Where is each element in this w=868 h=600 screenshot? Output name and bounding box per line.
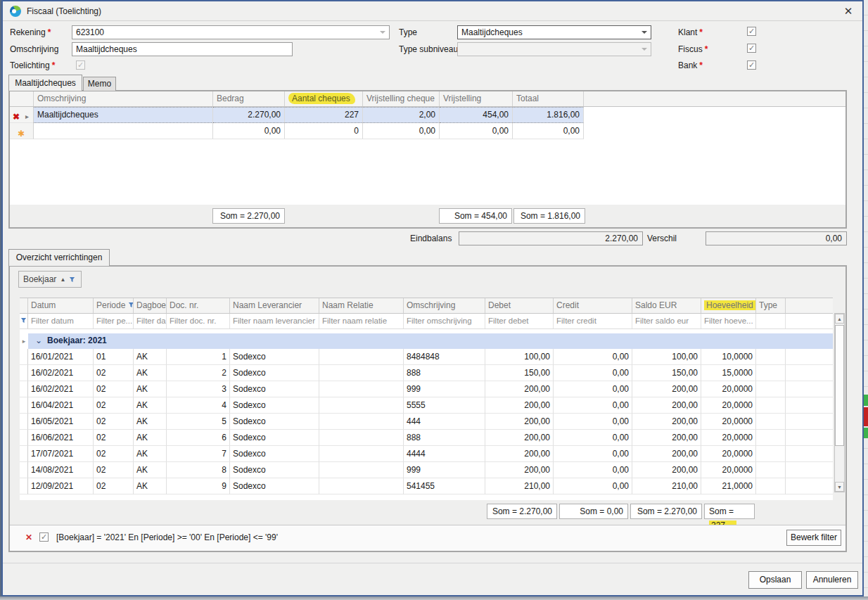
cell-omschrijving[interactable] (34, 123, 213, 139)
opslaan-button[interactable]: Opslaan (748, 571, 802, 589)
filter-active-checkbox[interactable]: ✓ (39, 532, 49, 542)
cell-hoeveelheid[interactable]: 21,0000 (701, 478, 756, 494)
cell-saldo-eur[interactable]: 200,00 (632, 381, 701, 397)
cell-omschrijving[interactable]: 4444 (404, 446, 485, 462)
filter-input-hoeveelheid[interactable]: Filter hoeve... (701, 314, 756, 328)
cell-type[interactable] (756, 446, 786, 462)
column-header-dagboek[interactable]: Dagboek (134, 298, 167, 313)
annuleren-button[interactable]: Annuleren (806, 571, 858, 589)
cell-periode[interactable]: 02 (94, 381, 134, 397)
table-row[interactable]: 16/06/202102AK6Sodexco888200,000,00200,0… (20, 430, 833, 446)
cell-bedrag[interactable]: 0,00 (213, 123, 285, 139)
group-row-boekjaar-2021[interactable]: ▸ ⌄Boekjaar: 2021 (20, 333, 833, 349)
close-icon[interactable]: ✕ (841, 4, 855, 18)
omschrijving-input[interactable]: Maaltijdcheques (72, 42, 293, 56)
filter-input-dagboek[interactable]: Filter da... (134, 314, 167, 328)
cell-saldo-eur[interactable]: 150,00 (632, 365, 701, 381)
bank-checkbox[interactable]: ✓ (747, 60, 756, 70)
title-bar[interactable]: Fiscaal (Toelichting) ✕ (3, 1, 862, 21)
cell-aantal[interactable]: 0 (285, 123, 363, 139)
tab-overzicht-verrichtingen[interactable]: Overzicht verrichtingen (8, 249, 110, 266)
cell-datum[interactable]: 17/07/2021 (28, 446, 94, 462)
remove-filter-icon[interactable]: ✕ (25, 532, 32, 542)
cell-debet[interactable]: 200,00 (485, 446, 554, 462)
cell-naam-leverancier[interactable]: Sodexco (230, 430, 319, 446)
cell-type[interactable] (756, 414, 786, 430)
cell-type[interactable] (756, 381, 786, 397)
cell-hoeveelheid[interactable]: 20,0000 (701, 397, 756, 414)
cell-vrijstelling_cheque[interactable]: 2,00 (363, 107, 440, 123)
cell-credit[interactable]: 0,00 (554, 414, 632, 430)
cell-naam-leverancier[interactable]: Sodexco (230, 462, 319, 478)
column-header-omschrijving[interactable]: Omschrijving (404, 298, 485, 313)
delete-row-icon[interactable]: ✖ (13, 109, 20, 123)
cell-saldo-eur[interactable]: 200,00 (632, 397, 701, 414)
klant-checkbox[interactable]: ✓ (747, 27, 756, 36)
rekening-combobox[interactable]: 623100 (72, 25, 390, 39)
detail-row[interactable]: ✖▸Maaltijdcheques2.270,002272,00454,001.… (10, 107, 845, 123)
cell-hoeveelheid[interactable]: 20,0000 (701, 462, 756, 478)
cell-naam-relatie[interactable] (319, 414, 404, 430)
cell-naam-relatie[interactable] (319, 397, 404, 414)
cell-debet[interactable]: 200,00 (485, 462, 554, 478)
cell-naam-leverancier[interactable]: Sodexco (230, 397, 319, 414)
filter-input-datum[interactable]: Filter datum (28, 314, 94, 328)
cell-saldo-eur[interactable]: 200,00 (632, 446, 701, 462)
cell-naam-leverancier[interactable]: Sodexco (230, 414, 319, 430)
table-row[interactable]: 17/07/202102AK7Sodexco4444200,000,00200,… (20, 446, 833, 462)
group-by-boekjaar-chip[interactable]: Boekjaar ▲ (18, 271, 82, 288)
cell-omschrijving[interactable]: 541455 (404, 478, 485, 494)
cell-dagboek[interactable]: AK (134, 430, 167, 446)
cell-saldo-eur[interactable]: 200,00 (632, 414, 701, 430)
filter-input-saldo-eur[interactable]: Filter saldo eur (632, 314, 701, 328)
cell-naam-relatie[interactable] (319, 365, 404, 381)
cell-doc-nr[interactable]: 4 (167, 397, 230, 414)
cell-credit[interactable]: 0,00 (554, 430, 632, 446)
cell-periode[interactable]: 01 (94, 349, 134, 365)
cell-omschrijving[interactable]: 5555 (404, 397, 485, 414)
detail-row[interactable]: ✱0,0000,000,000,00 (10, 123, 845, 139)
cell-datum[interactable]: 12/09/2021 (28, 478, 94, 494)
cell-naam-relatie[interactable] (319, 349, 404, 365)
column-header-hoeveelheid[interactable]: Hoeveelheid (701, 298, 756, 313)
cell-saldo-eur[interactable]: 200,00 (632, 462, 701, 478)
column-header-naam-leverancier[interactable]: Naam Leverancier (230, 298, 319, 313)
cell-credit[interactable]: 0,00 (554, 446, 632, 462)
scroll-up-icon[interactable]: ▲ (835, 314, 844, 324)
table-row[interactable]: 16/02/202102AK3Sodexco999200,000,00200,0… (20, 381, 833, 397)
cell-hoeveelheid[interactable]: 15,0000 (701, 365, 756, 381)
cell-naam-relatie[interactable] (319, 381, 404, 397)
cell-datum[interactable]: 16/06/2021 (28, 430, 94, 446)
cell-omschrijving[interactable]: 888 (404, 430, 485, 446)
cell-omschrijving[interactable]: 888 (404, 365, 485, 381)
cell-type[interactable] (756, 365, 786, 381)
table-row[interactable]: 16/04/202102AK4Sodexco5555200,000,00200,… (20, 397, 833, 414)
column-header-credit[interactable]: Credit (554, 298, 632, 313)
cell-debet[interactable]: 200,00 (485, 414, 554, 430)
table-row[interactable]: 16/01/202101AK1Sodexco8484848100,000,001… (20, 349, 833, 365)
type-combobox[interactable]: Maaltijdcheques (457, 25, 651, 39)
cell-vrijstelling[interactable]: 454,00 (440, 107, 513, 123)
cell-doc-nr[interactable]: 9 (167, 478, 230, 494)
cell-dagboek[interactable]: AK (134, 414, 167, 430)
cell-datum[interactable]: 14/08/2021 (28, 462, 94, 478)
cell-naam-relatie[interactable] (319, 430, 404, 446)
column-header-datum[interactable]: Datum (28, 298, 94, 313)
cell-credit[interactable]: 0,00 (554, 478, 632, 494)
cell-periode[interactable]: 02 (94, 365, 134, 381)
cell-periode[interactable]: 02 (94, 446, 134, 462)
cell-debet[interactable]: 200,00 (485, 397, 554, 414)
cell-datum[interactable]: 16/02/2021 (28, 365, 94, 381)
cell-doc-nr[interactable]: 8 (167, 462, 230, 478)
cell-dagboek[interactable]: AK (134, 462, 167, 478)
cell-credit[interactable]: 0,00 (554, 381, 632, 397)
column-header-debet[interactable]: Debet (485, 298, 554, 313)
column-header-doc-nr[interactable]: Doc. nr. (167, 298, 230, 313)
table-row[interactable]: 16/02/202102AK2Sodexco888150,000,00150,0… (20, 365, 833, 381)
row-delete-marker[interactable]: ✖▸ (10, 107, 34, 123)
cell-doc-nr[interactable]: 6 (167, 430, 230, 446)
cell-naam-leverancier[interactable]: Sodexco (230, 446, 319, 462)
cell-doc-nr[interactable]: 3 (167, 381, 230, 397)
column-header-vrijstelling-cheque[interactable]: Vrijstelling cheque (363, 91, 440, 106)
cell-naam-relatie[interactable] (319, 478, 404, 494)
